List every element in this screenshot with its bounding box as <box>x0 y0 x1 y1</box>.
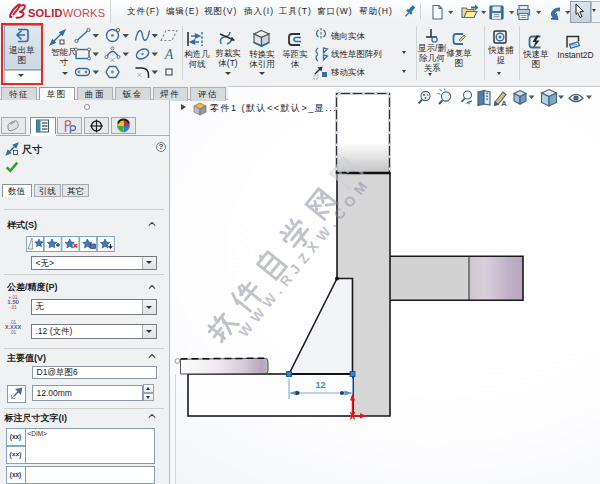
svg-text:A: A <box>164 47 174 62</box>
svg-text:A: A <box>501 99 507 108</box>
svg-text:WWW.RJZXW.COM: WWW.RJZXW.COM <box>235 174 374 340</box>
